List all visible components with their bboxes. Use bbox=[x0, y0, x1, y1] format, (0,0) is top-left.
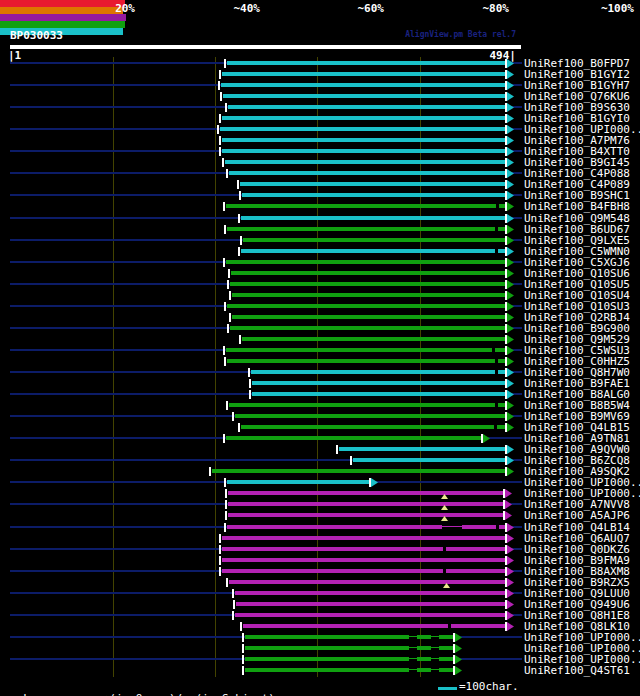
hit-bar[interactable] bbox=[353, 458, 507, 462]
end-tick bbox=[505, 368, 507, 377]
start-tick bbox=[219, 534, 221, 543]
hit-bar[interactable] bbox=[222, 116, 507, 120]
hit-bar[interactable] bbox=[222, 149, 507, 153]
hit-bar[interactable] bbox=[245, 657, 455, 661]
hit-bar[interactable] bbox=[231, 271, 507, 275]
arrow-head-icon bbox=[507, 611, 514, 620]
arrow-head-icon bbox=[507, 147, 514, 156]
hit-bar[interactable] bbox=[252, 381, 507, 385]
hit-bar[interactable] bbox=[227, 359, 507, 363]
hit-bar[interactable] bbox=[222, 547, 507, 551]
hit-bar[interactable] bbox=[227, 61, 507, 65]
hit-bar[interactable] bbox=[212, 469, 507, 473]
hit-bar[interactable] bbox=[222, 72, 507, 76]
hit-bar[interactable] bbox=[232, 315, 507, 319]
hit-bar[interactable] bbox=[245, 646, 455, 650]
hit-bar[interactable] bbox=[229, 580, 507, 584]
hit-bar[interactable] bbox=[227, 525, 507, 529]
hit-label[interactable]: UniRef100_B4FBH8 bbox=[524, 201, 630, 212]
gap-notch bbox=[443, 569, 446, 573]
gap-thin-segment bbox=[431, 646, 439, 650]
end-tick bbox=[505, 236, 507, 245]
hit-label[interactable]: UniRef100_Q4ST61 bbox=[524, 665, 630, 676]
hit-bar[interactable] bbox=[252, 392, 507, 396]
hit-bar[interactable] bbox=[235, 414, 507, 418]
arrow-head-icon bbox=[507, 589, 514, 598]
arrow-head-icon bbox=[507, 214, 514, 223]
gap-notch bbox=[495, 370, 498, 374]
end-tick bbox=[505, 456, 507, 465]
hit-bar[interactable] bbox=[241, 425, 507, 429]
hit-bar[interactable] bbox=[226, 204, 507, 208]
hit-bar[interactable] bbox=[222, 558, 507, 562]
hit-bar[interactable] bbox=[242, 337, 507, 341]
arrow-head-icon bbox=[507, 280, 514, 289]
hit-bar[interactable] bbox=[243, 624, 507, 628]
hit-bar[interactable] bbox=[226, 348, 507, 352]
start-tick bbox=[350, 456, 352, 465]
hit-bar[interactable] bbox=[241, 216, 507, 220]
hit-bar[interactable] bbox=[245, 668, 455, 672]
hit-bar[interactable] bbox=[240, 182, 507, 186]
gap-notch bbox=[443, 547, 446, 551]
hit-bar[interactable] bbox=[221, 83, 507, 87]
gap-notch bbox=[448, 624, 451, 628]
hit-bar[interactable] bbox=[236, 602, 507, 606]
arrow-head-icon bbox=[455, 666, 462, 675]
start-tick bbox=[224, 357, 226, 366]
arrow-head-icon bbox=[507, 258, 514, 267]
hit-bar[interactable] bbox=[251, 370, 507, 374]
hit-bar[interactable] bbox=[226, 436, 483, 440]
hit-bar[interactable] bbox=[228, 105, 507, 109]
hit-bar[interactable] bbox=[223, 94, 507, 98]
end-tick bbox=[453, 633, 455, 642]
end-tick bbox=[505, 324, 507, 333]
hit-bar[interactable] bbox=[220, 127, 507, 131]
hit-bar[interactable] bbox=[245, 635, 455, 639]
hit-bar[interactable] bbox=[227, 304, 507, 308]
hit-bar[interactable] bbox=[242, 193, 507, 197]
hit-bar[interactable] bbox=[229, 403, 507, 407]
hit-bar[interactable] bbox=[235, 613, 507, 617]
hit-bar[interactable] bbox=[228, 502, 505, 506]
arrow-head-icon bbox=[507, 302, 514, 311]
hit-bar[interactable] bbox=[222, 536, 507, 540]
start-tick bbox=[237, 180, 239, 189]
hit-bar[interactable] bbox=[230, 326, 507, 330]
hit-bar[interactable] bbox=[222, 569, 507, 573]
arrow-head-icon bbox=[507, 556, 514, 565]
start-tick bbox=[224, 59, 226, 68]
arrow-head-icon bbox=[371, 478, 378, 487]
hit-bar[interactable] bbox=[229, 171, 507, 175]
end-tick bbox=[505, 136, 507, 145]
hit-bar[interactable] bbox=[235, 591, 507, 595]
end-tick bbox=[505, 81, 507, 90]
hit-label[interactable]: UniRef100_A5AJP6 bbox=[524, 510, 630, 521]
hit-bar[interactable] bbox=[241, 249, 507, 253]
hit-bar[interactable] bbox=[222, 138, 507, 142]
gap-notch bbox=[495, 249, 498, 253]
arrow-head-icon bbox=[507, 324, 514, 333]
gap-thin-line bbox=[442, 526, 462, 527]
start-tick bbox=[224, 302, 226, 311]
hit-bar[interactable] bbox=[228, 491, 505, 495]
hit-bar[interactable] bbox=[243, 238, 507, 242]
start-tick bbox=[222, 158, 224, 167]
start-tick bbox=[219, 70, 221, 79]
hit-bar[interactable] bbox=[232, 293, 507, 297]
start-tick bbox=[233, 600, 235, 609]
hit-bar[interactable] bbox=[227, 480, 371, 484]
hit-bar[interactable] bbox=[225, 160, 507, 164]
end-tick bbox=[505, 147, 507, 156]
hit-bar[interactable] bbox=[339, 447, 507, 451]
start-tick bbox=[224, 523, 226, 532]
gap-notch bbox=[496, 525, 499, 529]
end-tick bbox=[453, 644, 455, 653]
hit-bar[interactable] bbox=[227, 227, 507, 231]
hit-bar[interactable] bbox=[230, 282, 507, 286]
start-tick bbox=[239, 335, 241, 344]
hit-bar[interactable] bbox=[226, 260, 507, 264]
hit-bar[interactable] bbox=[228, 513, 505, 517]
gap-thin-segment bbox=[409, 668, 417, 672]
start-tick bbox=[232, 589, 234, 598]
